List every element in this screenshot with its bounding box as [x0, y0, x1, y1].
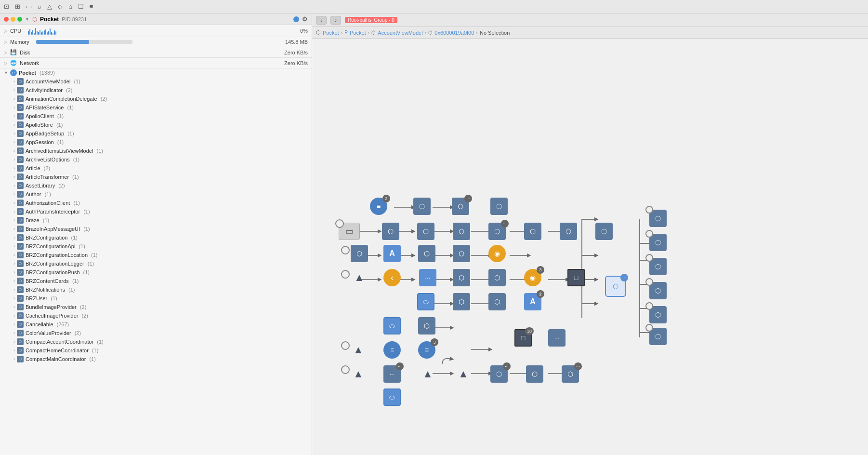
- list-item[interactable]: › ⬡ AssetLibrary (2): [0, 181, 312, 190]
- node-cube-r2-4[interactable]: ⬡ ···: [488, 223, 506, 240]
- node-cube-r3-1[interactable]: ⬡: [418, 245, 435, 262]
- node-cube-rc-5[interactable]: ⬡: [649, 306, 667, 323]
- node-small-circle-lower[interactable]: [341, 341, 350, 350]
- node-cube-r3-2[interactable]: ⬡: [453, 245, 470, 262]
- node-cube-rc-3[interactable]: ⬡: [649, 258, 667, 275]
- node-cube-r4-2[interactable]: ⬡: [488, 269, 506, 286]
- tree-panel[interactable]: ▼ P Pocket (1389) › ⬡ AccountViewModel (…: [0, 68, 312, 455]
- warn-icon[interactable]: △: [47, 3, 52, 10]
- node-cylinder-1[interactable]: ⬭: [417, 293, 434, 310]
- search-icon[interactable]: ⌕: [38, 3, 41, 10]
- node-cube-rc-6[interactable]: ⬡: [649, 328, 667, 345]
- node-blue-stack-top[interactable]: ≡ 2: [370, 198, 387, 215]
- list-item[interactable]: › ⬡ BRZConfigurationApi (1): [0, 242, 312, 251]
- grid-icon[interactable]: ⊞: [15, 3, 20, 10]
- expand-arrow[interactable]: ▼: [25, 17, 29, 22]
- node-cube-rc-1[interactable]: ⬡: [649, 210, 667, 227]
- node-cube-r4-1[interactable]: ⬡: [453, 269, 470, 286]
- node-cube-top1[interactable]: ⬡: [413, 198, 431, 215]
- maximize-button[interactable]: [17, 17, 22, 22]
- network-expand[interactable]: ▷: [4, 61, 7, 66]
- node-cube-r2-1[interactable]: ⬡: [382, 223, 399, 240]
- breadcrumb-account[interactable]: AccountViewModel: [378, 30, 422, 36]
- node-cylinder-2[interactable]: ⬭: [383, 317, 401, 335]
- list-item[interactable]: › ⬡ AppSession (1): [0, 138, 312, 147]
- list-item[interactable]: › ⬡ BrazeInAppMessageUI (1): [0, 225, 312, 233]
- node-cube-row5-1[interactable]: ⬡: [418, 317, 435, 335]
- node-triangle-bottom-1[interactable]: ▲: [350, 365, 367, 383]
- list-item[interactable]: › ⬡ CachedImageProvider (2): [0, 311, 312, 320]
- breadcrumb-pocket-2[interactable]: Pocket: [350, 30, 366, 36]
- breadcrumb-address[interactable]: 0x6000019a0f00: [434, 30, 474, 36]
- list-item[interactable]: › ⬡ AuthorizationClient (1): [0, 199, 312, 207]
- node-cube-rc-2[interactable]: ⬡: [649, 234, 667, 251]
- node-triangle-lower-1[interactable]: ▲: [350, 341, 367, 359]
- node-small-circle-bottom[interactable]: [341, 365, 350, 374]
- node-cube-r2-7[interactable]: ⬡: [595, 223, 613, 240]
- list-item[interactable]: › ⬡ ColorValueProvider (2): [0, 329, 312, 337]
- node-orange-arrow-r4[interactable]: ‹: [383, 269, 401, 286]
- node-cube-bottom-3[interactable]: ⬡ ···: [562, 365, 579, 383]
- node-cube-r2-3[interactable]: ⬡: [453, 223, 470, 240]
- disk-expand[interactable]: ▷: [4, 50, 7, 55]
- node-small-circle-r3[interactable]: [341, 246, 350, 254]
- node-blue-stack-lower-1[interactable]: ≡: [383, 341, 401, 359]
- list-item[interactable]: › ⬡ Cancellable (267): [0, 320, 312, 329]
- root-expand[interactable]: ▼: [4, 70, 8, 75]
- list-icon[interactable]: ≡: [90, 3, 93, 10]
- list-item[interactable]: › ⬡ ApolloClient (1): [0, 112, 312, 120]
- list-item[interactable]: › ⬡ BRZConfiguration (1): [0, 233, 312, 242]
- list-item[interactable]: › ⬡ BRZContentCards (1): [0, 277, 312, 285]
- node-triangle-r4[interactable]: ▲: [351, 269, 368, 286]
- node-cube-r2-2[interactable]: ⬡: [417, 223, 434, 240]
- list-item[interactable]: › ⬡ CompactAccountCoordinator (1): [0, 337, 312, 346]
- close-button[interactable]: [4, 17, 9, 22]
- list-item[interactable]: › ⬡ AnimationCompletionDelegate (2): [0, 94, 312, 103]
- node-cube-bottom-2[interactable]: ⬡: [526, 365, 543, 383]
- node-orange-r3[interactable]: ◉: [488, 245, 506, 262]
- list-item[interactable]: › ⬡ APISlateService (1): [0, 103, 312, 112]
- node-selected[interactable]: ⬡ ···: [605, 276, 626, 297]
- node-small-circle-r4[interactable]: [341, 270, 350, 279]
- node-blue-stack-lower-2[interactable]: ≡ 3: [418, 341, 435, 359]
- node-orange-r4[interactable]: ◉ 3: [524, 269, 541, 286]
- node-triangle-bottom-2[interactable]: ▲: [419, 365, 436, 383]
- list-item[interactable]: › ⬡ ArchiveListOptions (1): [0, 155, 312, 164]
- list-item[interactable]: › ⬡ CompactMainCoordinator (1): [0, 355, 312, 363]
- node-dots-bottom[interactable]: ··· ···: [383, 365, 401, 383]
- node-cube-lower-2[interactable]: ⬡: [488, 293, 506, 310]
- node-cube-r2-5[interactable]: ⬡: [524, 223, 541, 240]
- tab-indicator[interactable]: Root-paths: Group - 0: [345, 17, 397, 23]
- node-cube-lower-1[interactable]: ⬡: [453, 293, 470, 310]
- minimize-button[interactable]: [11, 17, 15, 22]
- note-icon[interactable]: ☐: [78, 3, 84, 10]
- node-triangle-bottom-3[interactable]: ▲: [455, 365, 472, 383]
- list-item[interactable]: › ⬡ Author (1): [0, 190, 312, 199]
- list-item[interactable]: › ⬡ ActivityIndicator (2): [0, 86, 312, 94]
- list-item[interactable]: › ⬡ ArchivedItemsListViewModel (1): [0, 147, 312, 155]
- list-item[interactable]: › ⬡ AuthParamsInterceptor (1): [0, 207, 312, 216]
- node-square-18[interactable]: □ 18: [514, 329, 532, 347]
- forward-button[interactable]: ›: [330, 16, 341, 25]
- node-text-a-lower[interactable]: A 2: [524, 293, 541, 310]
- list-item[interactable]: › ⬡ BRZConfigurationLocation (1): [0, 251, 312, 259]
- diamond-icon[interactable]: ◇: [58, 3, 63, 10]
- node-cube-r2-6[interactable]: ⬡: [560, 223, 577, 240]
- tree-root[interactable]: ▼ P Pocket (1389): [0, 68, 312, 77]
- node-cube-bottom-1[interactable]: ⬡ ···: [490, 365, 508, 383]
- list-item[interactable]: › ⬡ AccountViewModel (1): [0, 77, 312, 86]
- graph-area[interactable]: ≡ 2 ⬡ ⬡ ··· ⬡ ▭: [312, 39, 868, 455]
- cpu-expand[interactable]: ▷: [4, 28, 7, 33]
- node-cube-r3-0[interactable]: ⬡: [351, 245, 368, 262]
- window-icon[interactable]: ⊡: [4, 3, 9, 10]
- list-item[interactable]: › ⬡ ApolloStore (1): [0, 120, 312, 129]
- node-dots-lower[interactable]: ···: [548, 329, 566, 347]
- list-item[interactable]: › ⬡ AppBadgeSetup (1): [0, 129, 312, 138]
- memory-expand[interactable]: ▷: [4, 40, 7, 44]
- node-dots-box-r4[interactable]: ···: [419, 269, 436, 286]
- breadcrumb-pocket-1[interactable]: Pocket: [323, 30, 339, 36]
- node-cube-top2[interactable]: ⬡ ···: [452, 198, 469, 215]
- list-item[interactable]: › ⬡ BRZConfigurationPush (1): [0, 268, 312, 277]
- list-item[interactable]: › ⬡ Article (2): [0, 164, 312, 173]
- list-item[interactable]: › ⬡ BundleImageProvider (2): [0, 303, 312, 311]
